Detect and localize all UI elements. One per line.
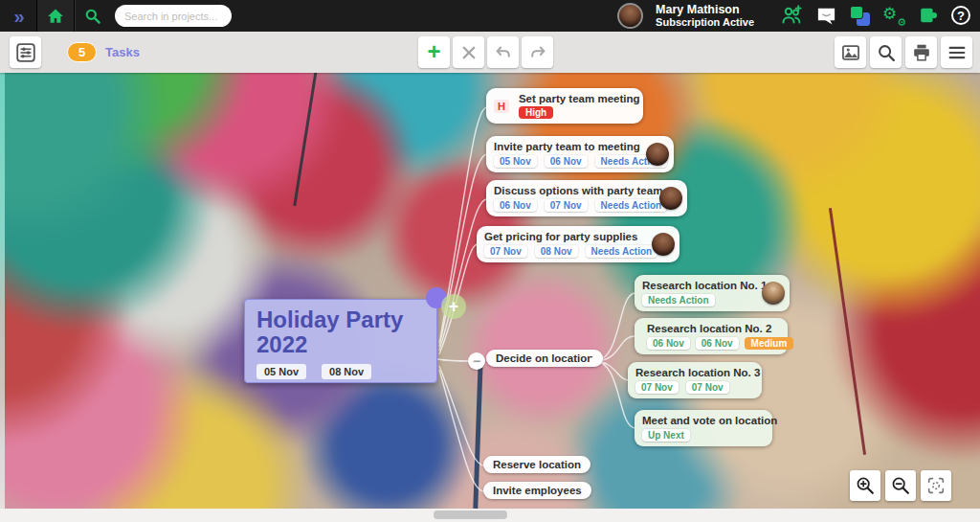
node-research-location-3[interactable]: Research location No. 3 07 Nov 07 Nov xyxy=(628,362,762,398)
add-node-button[interactable]: + xyxy=(418,36,450,68)
collapse-sidebar-button[interactable]: » xyxy=(0,0,36,32)
node-invite-party-team[interactable]: Invite party team to meeting 05 Nov 06 N… xyxy=(486,136,674,172)
priority-badge[interactable]: Medium xyxy=(745,337,794,350)
node-get-pricing[interactable]: Get pricing for party supplies 07 Nov 08… xyxy=(477,226,679,262)
messages-button[interactable] xyxy=(815,5,837,27)
topbar: » Mary Mathison Subscription Active xyxy=(0,0,980,32)
start-date-chip[interactable]: 06 Nov xyxy=(647,337,690,350)
zoom-out-icon xyxy=(890,475,911,496)
end-date-chip[interactable]: 07 Nov xyxy=(545,199,588,212)
undo-button[interactable] xyxy=(487,36,519,68)
menu-button[interactable] xyxy=(941,36,972,68)
task-title: Invite party team to meeting xyxy=(494,141,643,152)
task-title: Meet and vote on location xyxy=(642,415,765,426)
task-title: Discuss options with party team xyxy=(494,185,657,196)
toolbar-center: + xyxy=(418,36,553,68)
start-date-chip[interactable]: 07 Nov xyxy=(635,381,679,394)
root-end-date-chip[interactable]: 08 Nov xyxy=(322,364,371,379)
user-block: Mary Mathison Subscription Active xyxy=(656,3,754,29)
node-discuss-options[interactable]: Discuss options with party team 06 Nov 0… xyxy=(486,180,687,216)
start-date-chip[interactable]: 07 Nov xyxy=(484,245,527,258)
print-icon xyxy=(911,42,932,63)
toolbar-right xyxy=(835,36,972,68)
end-date-chip[interactable]: 06 Nov xyxy=(696,337,739,350)
toolbar-left: 5 Tasks xyxy=(10,36,140,68)
fit-to-screen-button[interactable] xyxy=(921,470,951,501)
status-chip[interactable]: Needs Action xyxy=(586,245,658,258)
status-chip[interactable]: Up Next xyxy=(642,429,690,442)
priority-badge[interactable]: High xyxy=(519,106,553,119)
puzzle-icon xyxy=(918,5,939,26)
assignee-avatar[interactable] xyxy=(762,282,785,305)
node-research-location-2[interactable]: Research location No. 2 06 Nov 06 Nov Me… xyxy=(635,318,788,354)
node-research-location-1[interactable]: Research location No. 1 Needs Action xyxy=(635,275,790,311)
chevrons-right-icon: » xyxy=(13,7,22,26)
user-name: Mary Mathison xyxy=(656,3,754,16)
root-title: Holiday Party 2022 xyxy=(256,307,425,357)
node-meet-and-vote[interactable]: Meet and vote on location Up Next xyxy=(635,410,772,446)
settings-button[interactable]: ⚙ ⚙ xyxy=(882,4,905,27)
integrations-button[interactable] xyxy=(918,5,939,26)
tasks-label[interactable]: Tasks xyxy=(105,45,140,59)
start-date-chip[interactable]: 05 Nov xyxy=(494,155,537,168)
zoom-in-icon xyxy=(855,475,876,496)
delete-node-button[interactable] xyxy=(453,36,484,68)
app-window: » Mary Mathison Subscription Active xyxy=(0,0,980,522)
node-reserve-location[interactable]: Reserve location xyxy=(483,456,590,473)
node-holiday-party[interactable]: Holiday Party 2022 05 Nov 08 Nov xyxy=(244,299,437,383)
help-icon: ? xyxy=(951,6,970,25)
start-date-chip[interactable]: 06 Nov xyxy=(494,199,537,212)
add-user-button[interactable] xyxy=(780,4,803,27)
find-button[interactable] xyxy=(870,36,902,68)
message-icon xyxy=(815,5,837,27)
fit-screen-icon xyxy=(925,475,947,496)
task-title: Decide on location xyxy=(496,352,593,364)
hamburger-icon xyxy=(947,42,968,63)
user-avatar[interactable] xyxy=(617,3,643,29)
x-icon xyxy=(460,44,478,61)
end-date-chip[interactable]: 08 Nov xyxy=(535,245,578,258)
redo-button[interactable] xyxy=(522,36,553,68)
task-title: Invite employees xyxy=(493,485,582,496)
branch-connector-dot[interactable] xyxy=(590,357,597,365)
assignee-avatar[interactable] xyxy=(659,187,682,210)
collapse-branch-button[interactable]: − xyxy=(468,352,485,370)
view-options-icon xyxy=(14,41,37,64)
search-input[interactable] xyxy=(115,5,232,27)
task-title: Research location No. 1 xyxy=(642,280,759,291)
task-title: Reserve location xyxy=(493,459,581,470)
assignee-avatar[interactable] xyxy=(646,143,669,166)
search-icon xyxy=(83,7,102,26)
home-button[interactable] xyxy=(37,0,74,32)
root-start-date-chip[interactable]: 05 Nov xyxy=(256,364,306,379)
view-options-button[interactable] xyxy=(10,36,41,68)
background-image-button[interactable] xyxy=(835,36,866,68)
node-set-party-team-meeting[interactable]: H Set party team meeting High xyxy=(486,88,643,124)
horizontal-scrollbar[interactable] xyxy=(0,509,980,522)
add-branch-button[interactable]: + xyxy=(441,294,466,319)
assignee-avatar[interactable] xyxy=(652,233,675,256)
priority-high-icon: H xyxy=(494,100,509,113)
end-date-chip[interactable]: 06 Nov xyxy=(545,155,588,168)
scrollbar-thumb[interactable] xyxy=(434,511,507,519)
status-chip[interactable]: Needs Action xyxy=(595,199,668,212)
print-button[interactable] xyxy=(905,36,937,68)
plus-icon: + xyxy=(449,297,459,317)
node-invite-employees[interactable]: Invite employees xyxy=(483,482,591,499)
topbar-right: Mary Mathison Subscription Active xyxy=(617,3,980,29)
image-icon xyxy=(840,42,861,63)
zoom-out-button[interactable] xyxy=(885,470,916,501)
apps-button[interactable] xyxy=(850,6,870,26)
task-title: Research location No. 2 xyxy=(647,323,793,334)
status-chip[interactable]: Needs Action xyxy=(642,294,715,306)
zoom-in-button[interactable] xyxy=(850,470,880,501)
task-title: Set party team meeting xyxy=(519,93,640,104)
node-decide-on-location[interactable]: Decide on location xyxy=(486,350,603,367)
apps-icon xyxy=(850,6,863,19)
search-button[interactable] xyxy=(75,0,111,32)
help-button[interactable]: ? xyxy=(951,6,970,25)
task-title: Research location No. 3 xyxy=(635,367,754,378)
mindmap-canvas[interactable]: Holiday Party 2022 05 Nov 08 Nov + H Set… xyxy=(0,73,980,509)
end-date-chip[interactable]: 07 Nov xyxy=(686,381,729,394)
tasks-count-badge[interactable]: 5 xyxy=(67,42,97,62)
